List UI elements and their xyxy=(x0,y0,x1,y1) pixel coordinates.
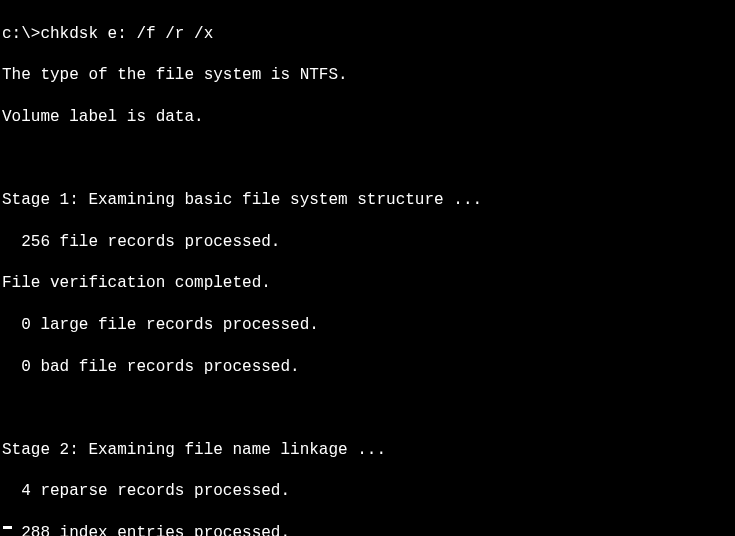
stage2-header: Stage 2: Examining file name linkage ... xyxy=(2,440,733,461)
blank-line xyxy=(2,398,733,419)
filesystem-type-line: The type of the file system is NTFS. xyxy=(2,65,733,86)
stage1-header: Stage 1: Examining basic file system str… xyxy=(2,190,733,211)
stage2-reparse: 4 reparse records processed. xyxy=(2,481,733,502)
stage1-bad-records: 0 bad file records processed. xyxy=(2,357,733,378)
cursor-icon xyxy=(3,526,12,529)
terminal-output: c:\>chkdsk e: /f /r /x The type of the f… xyxy=(2,3,733,536)
stage1-large-records: 0 large file records processed. xyxy=(2,315,733,336)
command-prompt-line[interactable]: c:\>chkdsk e: /f /r /x xyxy=(2,24,733,45)
stage2-index-entries: 288 index entries processed. xyxy=(2,523,733,536)
stage1-file-records: 256 file records processed. xyxy=(2,232,733,253)
stage1-verification: File verification completed. xyxy=(2,273,733,294)
blank-line xyxy=(2,149,733,170)
volume-label-line: Volume label is data. xyxy=(2,107,733,128)
